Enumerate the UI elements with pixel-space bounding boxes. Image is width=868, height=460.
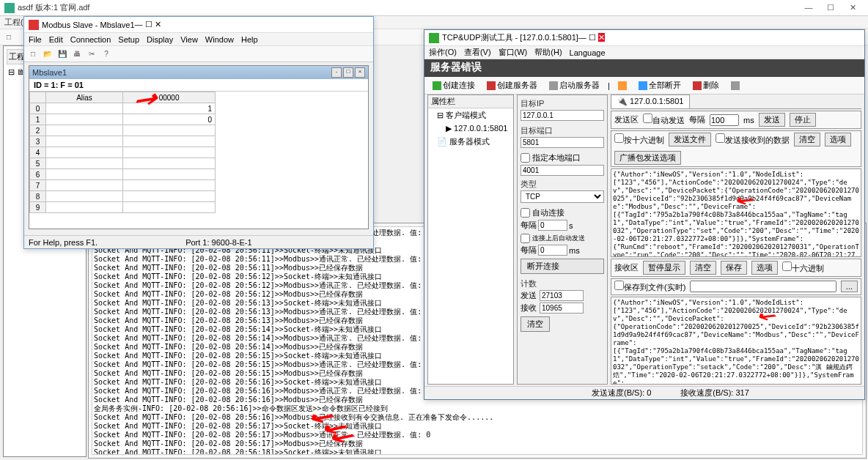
disconnect-all-button[interactable]: 全部断开 — [635, 78, 685, 92]
recv-textbox[interactable]: {"Author":"iNewOS","Version":"1.0","Node… — [611, 297, 861, 385]
target-ip-input[interactable] — [521, 110, 604, 121]
sub-min[interactable]: - — [331, 67, 342, 78]
send-interval[interactable] — [710, 114, 739, 126]
maximize-button[interactable]: ☐ — [820, 3, 842, 12]
sub-close[interactable]: × — [355, 67, 365, 78]
tcp-icon — [429, 33, 439, 43]
send-button[interactable]: 发送 — [759, 113, 785, 127]
menu-item[interactable]: 查看(V) — [464, 47, 491, 58]
send-count — [540, 290, 584, 301]
modbus-title: Modbus Slave - Mbslave1 — [42, 21, 135, 29]
start-server-button[interactable]: 启动服务器 — [545, 78, 603, 92]
sub-titlebar: Mbslave1 -□× — [29, 66, 368, 79]
delete-button[interactable]: 删除 — [689, 78, 723, 92]
tb-new-icon[interactable]: □ — [27, 48, 39, 60]
options-button[interactable] — [727, 80, 743, 92]
close-button[interactable]: ✕ — [842, 3, 864, 12]
recv-count — [540, 303, 584, 314]
bcast-button[interactable]: 广播包发送选项 — [614, 151, 681, 165]
menu-edit[interactable]: Edit — [49, 35, 63, 44]
tb-help-icon[interactable]: ? — [100, 48, 112, 60]
server-mode[interactable]: 📄 服务器模式 — [428, 135, 513, 149]
app-icon — [4, 3, 15, 13]
auto-conn-check[interactable] — [521, 208, 530, 218]
save-button[interactable]: 保存 — [721, 261, 747, 275]
connect-button[interactable] — [614, 80, 630, 92]
status-port: Port 1: 9600-8-E-1 — [185, 238, 252, 247]
local-port-input[interactable] — [521, 165, 604, 176]
menu-file[interactable]: File — [29, 35, 42, 44]
interval2-input[interactable] — [538, 245, 567, 256]
status-help: For Help, press F1. — [29, 238, 98, 247]
send-opts: 按十六进制 发送文件 发送接收到的数据 清空 选项 广播包发送选项 — [611, 130, 861, 167]
hex-check[interactable] — [614, 133, 624, 143]
create-server-button[interactable]: 创建服务器 — [483, 78, 541, 92]
echo-check[interactable] — [716, 133, 725, 143]
pause-button[interactable]: 暂停显示 — [643, 261, 685, 275]
menu-help[interactable]: Help — [241, 35, 258, 44]
maximize-button[interactable]: ☐ — [145, 20, 152, 29]
close-button[interactable]: ✕ — [598, 33, 605, 42]
savepath-input[interactable] — [690, 281, 836, 292]
send-speed: 发送速度(B/S): 0 — [592, 387, 651, 398]
menu-item[interactable]: 帮助(H) — [534, 47, 562, 58]
recv-opt-button[interactable]: 选项 — [751, 261, 778, 275]
interval1-input[interactable] — [538, 220, 567, 231]
conn-addr[interactable]: ▶ 127.0.0.1:5801 — [428, 122, 513, 135]
menu-view[interactable]: View — [180, 35, 198, 44]
disconnect-button[interactable]: 断开连接 — [521, 259, 604, 274]
tcp-window[interactable]: TCP&UDP测试工具 - [127.0.0.1:5801] — ☐ ✕ 操作(… — [424, 29, 865, 400]
close-button[interactable]: ✕ — [155, 20, 161, 29]
property-pane: 属性栏 ⊟ 客户端模式 ▶ 127.0.0.1:5801 📄 服务器模式 — [427, 94, 514, 385]
clear-count-button[interactable]: 清空 — [521, 316, 550, 332]
hex-recv-check[interactable] — [782, 261, 792, 271]
menu-item[interactable]: 窗口(W) — [499, 47, 528, 58]
send-controls: 发送区 自动发送 每隔 ms 发送 停止 — [611, 111, 861, 129]
tb-print-icon[interactable]: 🖶 — [71, 48, 83, 60]
stop-button[interactable]: 停止 — [790, 113, 816, 127]
conn-tab[interactable]: 🔌 127.0.0.1:5801 — [611, 94, 690, 108]
sub-max[interactable]: □ — [343, 67, 353, 78]
menu-setup[interactable]: Setup — [118, 35, 139, 44]
send-opt-button[interactable]: 选项 — [825, 133, 851, 146]
menu-connection[interactable]: Connection — [70, 35, 111, 44]
tb-new[interactable]: □ — [3, 31, 15, 43]
menu-item[interactable]: Language — [570, 48, 606, 57]
clear-send-button[interactable]: 清空 — [794, 133, 820, 146]
menu-item[interactable]: 操作(O) — [429, 47, 457, 58]
minimize-button[interactable]: — — [135, 20, 143, 29]
main-title: asdf 版本:1 官网.adf — [18, 2, 89, 13]
modbus-toolbar: □ 📂 💾 🖶 ✂ ? — [24, 46, 373, 62]
tcp-body: 属性栏 ⊟ 客户端模式 ▶ 127.0.0.1:5801 📄 服务器模式 目标I… — [427, 94, 861, 385]
tcp-titlebar: TCP&UDP测试工具 - [127.0.0.1:5801] — ☐ ✕ — [424, 30, 864, 46]
window-controls: — ☐ ✕ — [798, 3, 864, 12]
menu-display[interactable]: Display — [147, 35, 173, 44]
tcp-controls: — ☐ ✕ — [578, 33, 605, 42]
client-mode[interactable]: ⊟ 客户端模式 — [428, 108, 513, 122]
modbus-window[interactable]: Modbus Slave - Mbslave1 — ☐ ✕ FileEditCo… — [23, 16, 374, 249]
savefile-check[interactable] — [614, 281, 624, 290]
sendfile-button[interactable]: 发送文件 — [669, 133, 711, 146]
tb-save-icon[interactable]: 💾 — [56, 48, 68, 60]
menu-window[interactable]: Window — [205, 35, 234, 44]
tb-open-icon[interactable]: 📂 — [42, 48, 54, 60]
recv-speed: 接收速度(B/S): 317 — [680, 387, 749, 398]
modbus-statusbar: For Help, press F1. Port 1: 9600-8-E-1 — [24, 235, 373, 248]
create-conn-button[interactable]: 创建连接 — [429, 78, 479, 92]
autosend-check[interactable] — [521, 234, 530, 243]
minimize-button[interactable]: — — [578, 33, 586, 42]
modbus-controls: — ☐ ✕ — [135, 20, 161, 29]
clear-recv-button[interactable]: 清空 — [690, 261, 716, 275]
minimize-button[interactable]: — — [798, 3, 820, 12]
tcp-title: TCP&UDP测试工具 - [127.0.0.1:5801] — [442, 32, 578, 43]
autosend-check2[interactable] — [643, 114, 652, 123]
send-textbox[interactable]: {"Author":"iNewOS","Version":"1.0","Node… — [611, 168, 861, 257]
type-select[interactable]: TCP — [521, 190, 604, 203]
register-grid[interactable]: Alias00000011023456789 — [29, 92, 216, 213]
maximize-button[interactable]: ☐ — [589, 33, 596, 42]
browse-button[interactable]: ... — [841, 281, 858, 292]
tcp-menubar: 操作(O)查看(V)窗口(W)帮助(H)Language — [424, 46, 864, 59]
target-port-input[interactable] — [521, 137, 604, 148]
tb-cut-icon[interactable]: ✂ — [86, 48, 98, 60]
local-port-check[interactable] — [521, 153, 530, 163]
